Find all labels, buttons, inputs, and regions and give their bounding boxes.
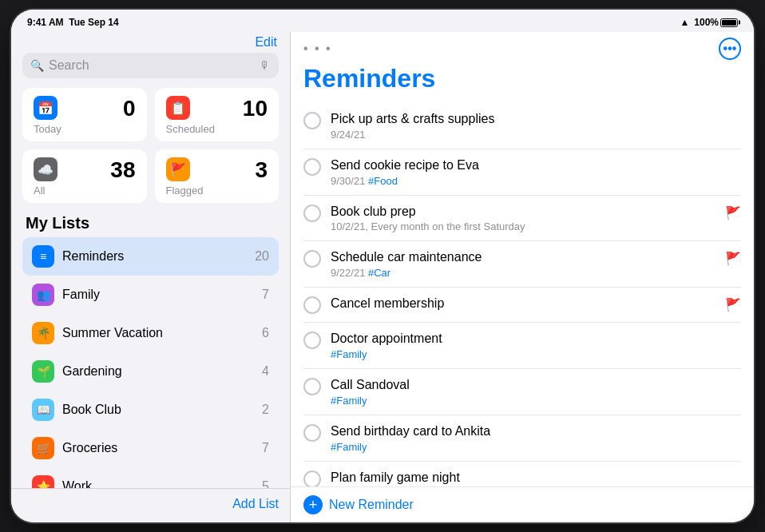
more-button[interactable]: ••• xyxy=(719,38,741,60)
my-lists-title: My Lists xyxy=(22,214,279,232)
today-count: 0 xyxy=(123,96,136,121)
list-count-work: 5 xyxy=(262,479,269,488)
new-reminder-button[interactable]: + xyxy=(303,495,323,514)
all-count: 38 xyxy=(110,157,135,183)
battery-fill xyxy=(722,20,736,26)
list-name-family: Family xyxy=(62,288,254,302)
reminders-list: Pick up arts & crafts supplies 9/24/21 S… xyxy=(291,103,754,486)
today-icon: 📅 xyxy=(34,96,57,120)
scheduled-label: Scheduled xyxy=(166,123,268,135)
reminder-checkbox-8[interactable] xyxy=(303,424,321,442)
reminder-title-2: Send cookie recipe to Eva xyxy=(331,157,741,174)
reminder-item-2: Send cookie recipe to Eva 9/30/21 #Food xyxy=(303,149,741,196)
status-time: 9:41 AM Tue Sep 14 xyxy=(27,17,119,28)
lists-container: ≡ Reminders 20 👥 Family 7 🌴 Summer Vacat… xyxy=(22,237,279,488)
reminder-title-4: Schedule car maintenance xyxy=(331,249,715,266)
list-icon-groceries: 🛒 xyxy=(32,437,54,459)
search-bar[interactable]: 🔍 Search 🎙 xyxy=(22,53,279,78)
my-lists-section: My Lists ≡ Reminders 20 👥 Family 7 🌴 Sum… xyxy=(11,214,290,488)
sidebar-item-summer-vacation[interactable]: 🌴 Summer Vacation 6 xyxy=(22,314,279,352)
reminder-content-5: Cancel membership xyxy=(331,296,715,312)
add-list-button[interactable]: Add List xyxy=(232,497,279,511)
reminder-item-5: Cancel membership 🚩 xyxy=(303,288,741,323)
summary-cards: 📅 0 Today 📋 10 Scheduled ☁️ 38 xyxy=(11,88,290,214)
card-flagged[interactable]: 🚩 3 Flagged xyxy=(155,149,279,203)
list-icon-reminders: ≡ xyxy=(32,245,54,268)
reminder-subtitle-3: 10/2/21, Every month on the first Saturd… xyxy=(331,220,715,232)
ipad-frame: 9:41 AM Tue Sep 14 ▲ 100% Edit 🔍 xyxy=(11,10,754,522)
today-label: Today xyxy=(34,123,136,135)
reminder-title-7: Call Sandoval xyxy=(331,377,741,394)
new-reminder-bar: + New Reminder xyxy=(291,486,754,522)
scheduled-icon: 📋 xyxy=(166,96,190,120)
edit-button[interactable]: Edit xyxy=(255,35,277,50)
card-all[interactable]: ☁️ 38 All xyxy=(22,149,147,203)
status-bar: 9:41 AM Tue Sep 14 ▲ 100% xyxy=(11,10,754,32)
reminder-checkbox-2[interactable] xyxy=(303,158,321,176)
reminder-subtitle-8: #Family xyxy=(331,441,741,453)
reminder-subtitle-6: #Family xyxy=(331,348,741,360)
reminder-title-5: Cancel membership xyxy=(331,296,715,312)
sidebar-item-groceries[interactable]: 🛒 Groceries 7 xyxy=(22,429,279,467)
list-count-summer-vacation: 6 xyxy=(262,326,269,340)
reminder-checkbox-4[interactable] xyxy=(303,250,321,268)
reminder-title-1: Pick up arts & crafts supplies xyxy=(331,111,741,128)
reminder-content-1: Pick up arts & crafts supplies 9/24/21 xyxy=(331,111,741,141)
flag-icon-4: 🚩 xyxy=(725,251,741,266)
reminder-checkbox-5[interactable] xyxy=(303,296,321,314)
flagged-icon: 🚩 xyxy=(166,157,190,181)
card-today[interactable]: 📅 0 Today xyxy=(22,88,147,141)
card-scheduled[interactable]: 📋 10 Scheduled xyxy=(155,88,279,141)
all-label: All xyxy=(34,185,136,197)
scheduled-count: 10 xyxy=(243,96,268,121)
list-count-family: 7 xyxy=(262,288,269,302)
mic-icon[interactable]: 🎙 xyxy=(260,59,271,72)
reminder-checkbox-9[interactable] xyxy=(303,470,321,486)
reminder-checkbox-1[interactable] xyxy=(303,112,321,129)
search-icon: 🔍 xyxy=(30,59,44,72)
reminder-item-6: Doctor appointment #Family xyxy=(303,323,741,369)
battery-container: 100% xyxy=(694,17,738,28)
list-count-reminders: 20 xyxy=(255,249,269,264)
list-icon-gardening: 🌱 xyxy=(32,360,54,383)
flagged-count: 3 xyxy=(255,157,268,183)
detail-title: Reminders xyxy=(291,61,754,103)
flagged-label: Flagged xyxy=(166,185,268,197)
reminder-item-3: Book club prep 10/2/21, Every month on t… xyxy=(303,196,741,242)
list-count-book-club: 2 xyxy=(262,403,269,417)
sidebar-item-gardening[interactable]: 🌱 Gardening 4 xyxy=(22,352,279,391)
reminder-content-3: Book club prep 10/2/21, Every month on t… xyxy=(331,204,715,233)
main-content: Edit 🔍 Search 🎙 📅 0 Today xyxy=(11,32,754,522)
list-name-reminders: Reminders xyxy=(62,249,247,264)
reminder-subtitle-4: 9/22/21 #Car xyxy=(331,267,715,279)
list-icon-work: ⭐ xyxy=(32,475,54,488)
reminder-checkbox-7[interactable] xyxy=(303,378,321,395)
sidebar-item-family[interactable]: 👥 Family 7 xyxy=(22,276,279,314)
reminder-title-6: Doctor appointment xyxy=(331,331,741,347)
search-input-label: Search xyxy=(49,58,255,73)
reminder-item-4: Schedule car maintenance 9/22/21 #Car 🚩 xyxy=(303,241,741,288)
sidebar-item-reminders[interactable]: ≡ Reminders 20 xyxy=(22,237,279,276)
detail-topbar: • • • ••• xyxy=(291,32,754,61)
search-container: 🔍 Search 🎙 xyxy=(11,53,290,88)
list-count-groceries: 7 xyxy=(262,441,269,455)
list-name-book-club: Book Club xyxy=(62,403,254,417)
reminder-item-1: Pick up arts & crafts supplies 9/24/21 xyxy=(303,103,741,149)
reminder-content-6: Doctor appointment #Family xyxy=(331,331,741,360)
list-name-work: Work xyxy=(62,479,254,488)
wifi-icon: ▲ xyxy=(680,17,689,28)
battery-percent: 100% xyxy=(694,17,719,28)
reminder-item-8: Send birthday card to Ankita #Family xyxy=(303,415,741,462)
reminder-checkbox-6[interactable] xyxy=(303,332,321,349)
new-reminder-label[interactable]: New Reminder xyxy=(329,498,414,512)
reminder-subtitle-2: 9/30/21 #Food xyxy=(331,175,741,187)
reminder-content-7: Call Sandoval #Family xyxy=(331,377,741,407)
sidebar-item-work[interactable]: ⭐ Work 5 xyxy=(22,467,279,488)
all-icon: ☁️ xyxy=(34,157,57,181)
sidebar-top-bar: Edit xyxy=(11,32,290,53)
list-icon-summer-vacation: 🌴 xyxy=(32,322,54,344)
detail-panel: • • • ••• Reminders Pick up arts & craft… xyxy=(291,32,754,522)
sidebar-item-book-club[interactable]: 📖 Book Club 2 xyxy=(22,391,279,429)
flag-icon-3: 🚩 xyxy=(725,205,741,220)
reminder-checkbox-3[interactable] xyxy=(303,204,321,222)
